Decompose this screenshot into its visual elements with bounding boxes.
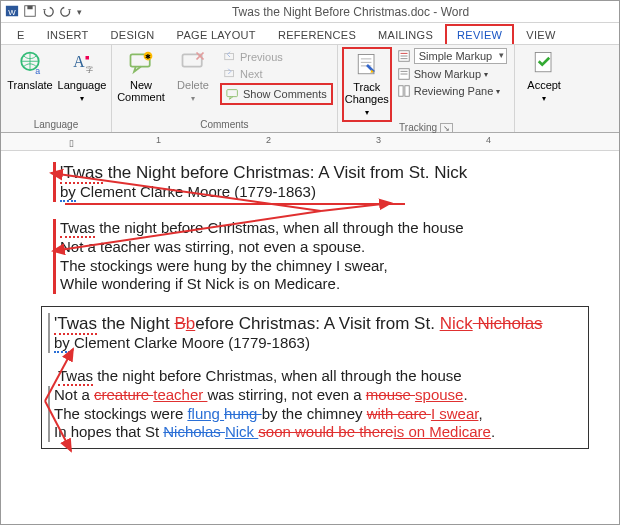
comment-icon: ✱ xyxy=(127,49,155,77)
track-changes-button[interactable]: TrackChanges ▾ xyxy=(342,47,392,122)
doc2-line3[interactable]: The stockings were flung hung by the chi… xyxy=(54,405,580,424)
translate-icon: a xyxy=(16,49,44,77)
svg-rect-3 xyxy=(27,5,32,9)
markup-dropdown[interactable]: Simple Markup xyxy=(414,48,507,64)
group-comments: ✱ NewComment Delete▾ Previous Next Show … xyxy=(112,45,338,132)
markup-row: Simple Markup xyxy=(394,47,510,65)
next-button: Next xyxy=(220,66,333,82)
svg-text:字: 字 xyxy=(86,66,93,73)
accept-label: Accept▾ xyxy=(527,79,561,104)
save-icon[interactable] xyxy=(23,4,37,20)
group-language-label: Language xyxy=(5,119,107,132)
tab-design[interactable]: DESIGN xyxy=(101,26,165,44)
language-icon: A字 xyxy=(68,49,96,77)
show-markup-icon xyxy=(397,67,411,81)
track-changes-icon xyxy=(353,51,381,79)
doc-line1[interactable]: Twas the night before Christmas, when al… xyxy=(60,219,589,238)
show-comments-icon xyxy=(226,87,240,101)
document-page[interactable]: 'Twas the Night before Christmas: A Visi… xyxy=(1,152,619,524)
undo-icon[interactable] xyxy=(41,4,55,20)
doc-title[interactable]: 'Twas the Night before Christmas: A Visi… xyxy=(60,162,589,183)
window-title: Twas the Night Before Christmas.doc - Wo… xyxy=(82,5,619,19)
doc2-line2[interactable]: Not a creature teacher was stirring, not… xyxy=(54,386,580,405)
doc2-title[interactable]: 'Twas the Night Bbefore Christmas: A Vis… xyxy=(54,313,580,334)
reviewing-pane-icon xyxy=(397,84,411,98)
translate-label: Translate xyxy=(7,79,52,91)
language-button[interactable]: A字 Language ▾ xyxy=(57,47,107,106)
language-label: Language ▾ xyxy=(58,79,107,104)
titlebar: W ▾ Twas the Night Before Christmas.doc … xyxy=(1,1,619,23)
track-changes-label: TrackChanges ▾ xyxy=(345,81,389,118)
ruler[interactable]: ▯ 1 2 3 4 xyxy=(1,133,619,151)
tab-mailings[interactable]: MAILINGS xyxy=(368,26,443,44)
new-comment-label: NewComment xyxy=(117,79,165,103)
reviewing-pane-button[interactable]: Reviewing Pane ▾ xyxy=(394,83,510,99)
tab-review[interactable]: REVIEW xyxy=(445,24,514,44)
group-tracking: TrackChanges ▾ Simple Markup Show Markup… xyxy=(338,45,515,132)
svg-text:W: W xyxy=(8,7,16,16)
doc2-line4[interactable]: In hopes that St Nicholas Nick soon woul… xyxy=(54,423,580,442)
doc-byline[interactable]: by Clement Clarke Moore (1779-1863) xyxy=(60,183,589,202)
word-icon: W xyxy=(5,4,19,20)
doc-line4[interactable]: While wondering if St Nick is on Medicar… xyxy=(60,275,589,294)
all-markup-box: 'Twas the Night Bbefore Christmas: A Vis… xyxy=(41,306,589,449)
doc2-byline[interactable]: by Clement Clarke Moore (1779-1863) xyxy=(54,334,580,353)
delete-button: Delete▾ xyxy=(168,47,218,106)
group-changes-label xyxy=(519,119,569,132)
tab-references[interactable]: REFERENCES xyxy=(268,26,366,44)
indent-marker-icon[interactable]: ▯ xyxy=(69,138,74,148)
svg-rect-28 xyxy=(399,86,403,97)
ribbon: a Translate A字 Language ▾ Language ✱ New… xyxy=(1,45,619,133)
delete-label: Delete▾ xyxy=(177,79,209,104)
previous-icon xyxy=(223,50,237,64)
svg-rect-16 xyxy=(227,90,238,97)
group-comments-label: Comments xyxy=(116,119,333,132)
translate-button[interactable]: a Translate xyxy=(5,47,55,93)
quick-access: W ▾ xyxy=(1,4,82,20)
svg-rect-29 xyxy=(405,86,409,97)
tab-insert[interactable]: INSERT xyxy=(37,26,99,44)
delete-icon xyxy=(179,49,207,77)
group-changes: Accept▾ xyxy=(515,45,573,132)
redo-icon[interactable] xyxy=(59,4,73,20)
tab-pagelayout[interactable]: PAGE LAYOUT xyxy=(167,26,266,44)
ribbon-tabs: E INSERT DESIGN PAGE LAYOUT REFERENCES M… xyxy=(1,23,619,45)
tab-file[interactable]: E xyxy=(7,26,35,44)
tab-view[interactable]: VIEW xyxy=(516,26,565,44)
markup-display-icon xyxy=(397,49,411,63)
svg-text:A: A xyxy=(73,53,85,70)
next-icon xyxy=(223,67,237,81)
svg-text:✱: ✱ xyxy=(145,53,151,60)
show-markup-button[interactable]: Show Markup ▾ xyxy=(394,66,510,82)
doc-line3[interactable]: The stockings were hung by the chimney I… xyxy=(60,257,589,276)
group-language: a Translate A字 Language ▾ Language xyxy=(1,45,112,132)
new-comment-button[interactable]: ✱ NewComment xyxy=(116,47,166,105)
previous-button: Previous xyxy=(220,49,333,65)
accept-icon xyxy=(530,49,558,77)
doc-line2[interactable]: Not a teacher was stirring, not even a s… xyxy=(60,238,589,257)
show-comments-button[interactable]: Show Comments xyxy=(220,83,333,105)
accept-button[interactable]: Accept▾ xyxy=(519,47,569,106)
doc2-line1[interactable]: Twas the night before Christmas, when al… xyxy=(58,367,580,386)
svg-text:a: a xyxy=(35,66,40,76)
